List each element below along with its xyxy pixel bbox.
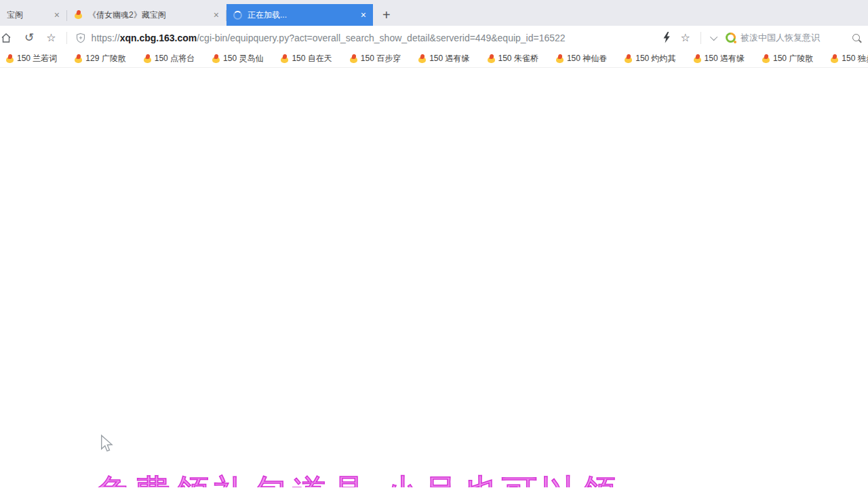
chick-favicon-icon (212, 54, 220, 63)
bookmark-item[interactable]: 150 自在天 (280, 53, 332, 64)
tab-label: 正在加载... (248, 9, 354, 21)
chick-favicon-icon (487, 54, 496, 63)
mouse-cursor (100, 434, 113, 455)
url-path: /cgi-bin/equipquery.py?act=overall_searc… (197, 33, 565, 43)
bookmarks-bar: 150 兰若词 129 广陵散 150 点将台 150 灵岛仙 150 自在天 (0, 49, 868, 68)
url-host: xqn.cbg.163.com (120, 33, 197, 43)
bookmark-label: 150 遇有缘 (429, 53, 469, 64)
tab-close-icon[interactable]: × (361, 10, 366, 20)
favorites-star-icon[interactable]: ☆ (40, 33, 62, 43)
bookmark-label: 150 自在天 (292, 53, 332, 64)
bookmark-label: 150 百步穿 (361, 53, 401, 64)
bookmark-item[interactable]: 150 广陵散 (762, 53, 813, 64)
chick-favicon-icon (830, 54, 839, 63)
bookmark-item[interactable]: 150 独步天 (830, 53, 868, 64)
tab-loading-active[interactable]: 正在加载... × (226, 4, 373, 26)
home-icon[interactable] (0, 32, 18, 44)
bookmark-item[interactable]: 150 朱雀桥 (487, 53, 538, 64)
chick-favicon-icon (5, 54, 14, 63)
tab-close-icon[interactable]: × (54, 10, 60, 20)
bookmark-label: 150 朱雀桥 (498, 53, 538, 64)
bookmark-item[interactable]: 129 广陵散 (74, 53, 125, 64)
page-content: 免费领礼包道具 小号也可以领 找蒲家村云锦娘娘输入 AP00-7110-3606… (0, 68, 868, 487)
tab-bar: 宝阁 × 《倩女幽魂2》藏宝阁 × 正在加载... × + (0, 0, 868, 26)
toolbar-divider (701, 32, 701, 44)
bookmark-label: 150 神仙眷 (567, 53, 607, 64)
search-suggestion-text[interactable]: 被泼中国人恢复意识 (741, 32, 852, 44)
bookmark-item[interactable]: 150 点将台 (143, 53, 195, 64)
chick-favicon-icon (280, 54, 289, 63)
bookmark-item[interactable]: 150 遇有缘 (693, 53, 745, 64)
bookmark-item[interactable]: 150 遇有缘 (418, 53, 469, 64)
search-engine-360-logo-icon (726, 33, 736, 43)
toolbar-divider (66, 32, 67, 44)
tab-qiannv-cangbaoge[interactable]: 《倩女幽魂2》藏宝阁 × (67, 4, 226, 26)
bookmark-item[interactable]: 150 百步穿 (349, 53, 401, 64)
search-engine-chevron-down-icon[interactable] (710, 33, 717, 40)
bookmark-item[interactable]: 150 兰若词 (5, 53, 57, 64)
tab-label: 宝阁 (7, 9, 47, 21)
bookmark-item[interactable]: 150 灼灼其 (624, 53, 675, 64)
bookmark-label: 150 遇有缘 (705, 53, 745, 64)
refresh-icon[interactable]: ↺ (18, 32, 40, 43)
speed-mode-lightning-icon[interactable] (663, 32, 671, 43)
chick-favicon-icon (418, 54, 427, 63)
search-magnifier-icon[interactable] (852, 34, 860, 41)
browser-window: 宝阁 × 《倩女幽魂2》藏宝阁 × 正在加载... × + ↺ ☆ https:… (0, 0, 868, 488)
address-bar[interactable]: https://xqn.cbg.163.com/cgi-bin/equipque… (71, 32, 696, 43)
tab-close-icon[interactable]: × (214, 10, 219, 20)
bookmark-item[interactable]: 150 灵岛仙 (212, 53, 263, 64)
new-tab-button[interactable]: + (373, 4, 400, 26)
chick-favicon-icon (74, 10, 83, 20)
loading-spinner-icon (233, 11, 242, 20)
chick-favicon-icon (349, 54, 358, 63)
tab-label: 《倩女幽魂2》藏宝阁 (88, 9, 207, 21)
chick-favicon-icon (693, 54, 702, 63)
bookmark-label: 150 兰若词 (17, 53, 57, 64)
url-scheme: https:// (92, 33, 120, 43)
bookmark-page-star-icon[interactable]: ☆ (675, 33, 696, 43)
bookmark-item[interactable]: 150 神仙眷 (555, 53, 607, 64)
chick-favicon-icon (624, 54, 633, 63)
search-box[interactable]: 被泼中国人恢复意识 (705, 26, 868, 49)
promo-watermark-line1: 免费领礼包道具 小号也可以领 (95, 469, 620, 487)
toolbar: ↺ ☆ https://xqn.cbg.163.com/cgi-bin/equi… (0, 26, 868, 49)
bookmark-label: 150 灵岛仙 (223, 53, 263, 64)
tab-baoge[interactable]: 宝阁 × (0, 4, 66, 26)
url-text[interactable]: https://xqn.cbg.163.com/cgi-bin/equipque… (92, 33, 660, 43)
chick-favicon-icon (762, 54, 770, 63)
chick-favicon-icon (143, 54, 152, 63)
chick-favicon-icon (555, 54, 564, 63)
bookmark-label: 150 独步天 (842, 53, 868, 64)
bookmark-label: 150 点将台 (155, 53, 195, 64)
bookmark-label: 150 灼灼其 (635, 53, 675, 64)
bookmark-label: 129 广陵散 (85, 53, 125, 64)
chick-favicon-icon (74, 54, 83, 63)
site-security-shield-icon[interactable] (75, 33, 86, 43)
bookmark-label: 150 广陵散 (773, 53, 813, 64)
